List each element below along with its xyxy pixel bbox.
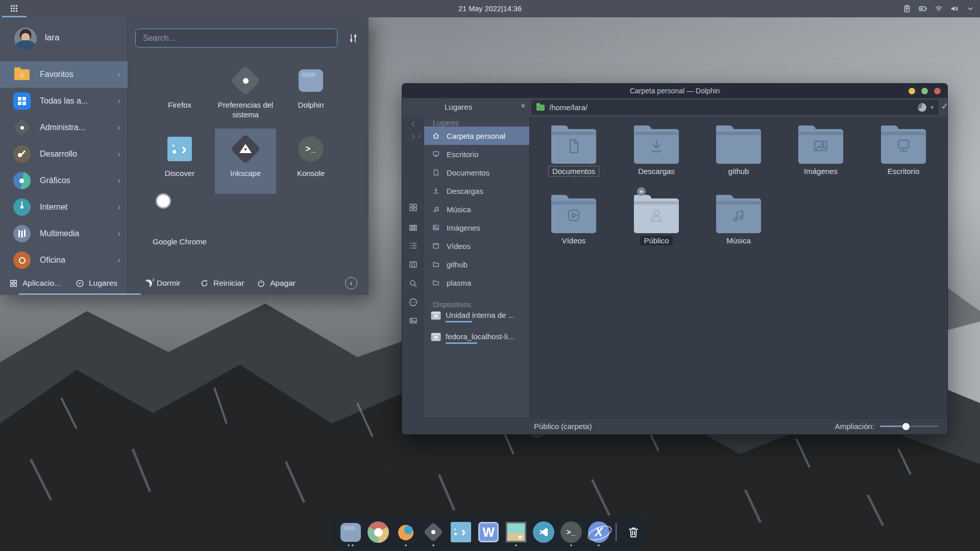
place-plasma[interactable]: plasma — [424, 273, 529, 292]
w-letter-icon: W — [478, 522, 499, 542]
sidebar-item-oficina[interactable]: Oficina › — [0, 247, 128, 271]
video-icon — [432, 242, 440, 250]
shutdown-button[interactable]: Apagar — [257, 271, 296, 295]
zoom-slider[interactable] — [880, 425, 939, 427]
collapse-sidebar-button[interactable]: ‹ — [345, 277, 357, 289]
home-icon — [432, 132, 440, 140]
device-fedora-localhost[interactable]: fedora_localhost-li... — [424, 332, 529, 351]
folder-videos[interactable]: Vídeos — [538, 193, 609, 245]
dock-writer[interactable]: W — [478, 521, 499, 543]
search-input[interactable] — [135, 29, 337, 47]
network-wifi-icon[interactable] — [934, 4, 943, 13]
place-videos[interactable]: Vídeos — [424, 237, 529, 255]
dock-dolphin[interactable] — [340, 521, 361, 543]
details-view-button[interactable] — [408, 241, 418, 251]
sidebar-item-desarrollo[interactable]: Desarrollo › — [0, 141, 128, 167]
dock-discover[interactable]: › — [450, 521, 472, 543]
application-launcher-popup: lara ☆ Favoritos › Todas las a... › Admi… — [0, 17, 369, 295]
dock-konsole[interactable]: >_ — [560, 521, 582, 543]
configure-launcher-button[interactable] — [348, 33, 359, 44]
search-button[interactable] — [408, 279, 418, 288]
favorite-konsole[interactable]: >_ Konsole — [280, 129, 341, 194]
favorite-discover[interactable]: › Discover — [149, 129, 210, 194]
dock-trash[interactable] — [623, 521, 644, 543]
sidebar-item-multimedia[interactable]: Multimedia › — [0, 220, 128, 247]
clipboard-icon[interactable] — [902, 4, 912, 13]
forward-button[interactable] — [408, 132, 418, 141]
compact-view-button[interactable] — [408, 223, 418, 233]
dock-xorg[interactable]: X — [588, 521, 609, 543]
close-button[interactable] — [934, 88, 941, 94]
tray-expand-chevron-icon[interactable] — [966, 4, 975, 13]
history-caret-icon[interactable]: ▾ — [418, 134, 421, 139]
place-descargas[interactable]: Descargas — [424, 182, 529, 200]
volume-icon[interactable] — [950, 4, 959, 13]
favorite-firefox[interactable]: Firefox — [149, 60, 210, 126]
sidebar-item-internet[interactable]: Internet › — [0, 194, 128, 220]
folder-publico[interactable]: + Público — [621, 193, 692, 245]
place-github[interactable]: github — [424, 255, 529, 273]
folder-descargas[interactable]: Descargas — [621, 124, 692, 176]
dock-vscode[interactable] — [533, 521, 554, 543]
preview-button[interactable] — [408, 316, 418, 325]
path-confirm-check-icon[interactable]: ✓ — [941, 101, 948, 112]
application-launcher-button[interactable] — [0, 0, 29, 17]
tab-aplicaciones[interactable]: Aplicacio... — [9, 271, 61, 295]
device-unidad-interna[interactable]: Unidad interna de ... — [424, 310, 529, 330]
dock-gwenview[interactable]: ★ — [505, 521, 527, 543]
sidebar-item-administracion[interactable]: Administra... › — [0, 114, 128, 141]
minimize-button[interactable] — [909, 88, 915, 94]
back-button[interactable] — [408, 119, 418, 129]
place-carpeta-personal[interactable]: Carpeta personal — [424, 127, 529, 145]
copy-plus-badge: + — [637, 187, 646, 196]
location-bar[interactable]: /home/lara/ ▾ — [531, 100, 939, 115]
folder-musica[interactable]: Música — [703, 193, 774, 245]
dock-system-settings[interactable] — [423, 521, 444, 543]
favorite-google-chrome[interactable]: Google Chrome — [149, 197, 210, 262]
places-panel: Lugares Carpeta personal Escritorio Docu… — [424, 117, 530, 418]
place-documentos[interactable]: Documentos — [424, 163, 529, 182]
path-dropdown-caret-icon[interactable]: ▾ — [930, 104, 934, 111]
all-apps-grid-icon — [13, 92, 31, 110]
restart-button[interactable]: Reiniciar — [200, 271, 244, 295]
icons-view-button[interactable] — [408, 203, 418, 212]
place-escritorio[interactable]: Escritorio — [424, 145, 529, 163]
dolphin-titlebar[interactable]: Carpeta personal — Dolphin — [402, 84, 947, 98]
dock-chrome[interactable] — [368, 521, 389, 543]
system-tray — [902, 0, 975, 17]
favorite-preferencias-del-sistema[interactable]: Preferencias del sistema — [215, 60, 276, 126]
chrome-icon — [368, 521, 389, 543]
user-avatar[interactable] — [14, 28, 37, 50]
folder-view[interactable]: Documentos Descargas github Imágene — [530, 117, 947, 418]
battery-icon[interactable] — [918, 4, 927, 13]
sidebar-item-todas-las-aplicaciones[interactable]: Todas las a... › — [0, 88, 128, 114]
sidebar-item-favoritos[interactable]: ☆ Favoritos › — [0, 61, 128, 88]
dock-firefox[interactable] — [395, 521, 416, 543]
dolphin-window: Carpeta personal — Dolphin Lugares × /ho… — [402, 83, 948, 435]
chevron-right-icon: › — [117, 69, 120, 80]
folder-imagenes[interactable]: Imágenes — [785, 124, 856, 176]
document-icon — [432, 168, 440, 177]
places-panel-close-icon[interactable]: × — [519, 102, 528, 111]
favorite-inkscape[interactable]: Inkscape — [215, 129, 276, 194]
sleep-button[interactable]: z Dormir — [144, 271, 181, 295]
play-glyph-icon — [564, 205, 584, 226]
trash-icon — [626, 525, 641, 539]
folder-github[interactable]: github — [703, 124, 774, 176]
folder-escritorio[interactable]: Escritorio — [868, 124, 939, 176]
more-options-button[interactable] — [408, 297, 418, 307]
free-space-icon[interactable] — [918, 103, 926, 112]
place-musica[interactable]: Música — [424, 200, 529, 218]
maximize-button[interactable] — [921, 88, 928, 94]
tab-lugares[interactable]: Lugares — [76, 271, 117, 295]
split-view-button[interactable] — [408, 260, 418, 269]
sidebar-item-graficos[interactable]: Gráficos › — [0, 167, 128, 194]
folder-documentos[interactable]: Documentos — [538, 124, 609, 176]
vscode-icon — [533, 521, 554, 543]
favorite-dolphin[interactable]: Dolphin — [280, 60, 341, 126]
zoom-slider-handle[interactable] — [902, 423, 910, 430]
multimedia-icon — [13, 225, 31, 242]
zoom-label: Ampliación: — [835, 422, 874, 431]
panel-clock[interactable]: 21 May 2022|14:36 — [458, 0, 522, 17]
place-imagenes[interactable]: Imágenes — [424, 218, 529, 237]
